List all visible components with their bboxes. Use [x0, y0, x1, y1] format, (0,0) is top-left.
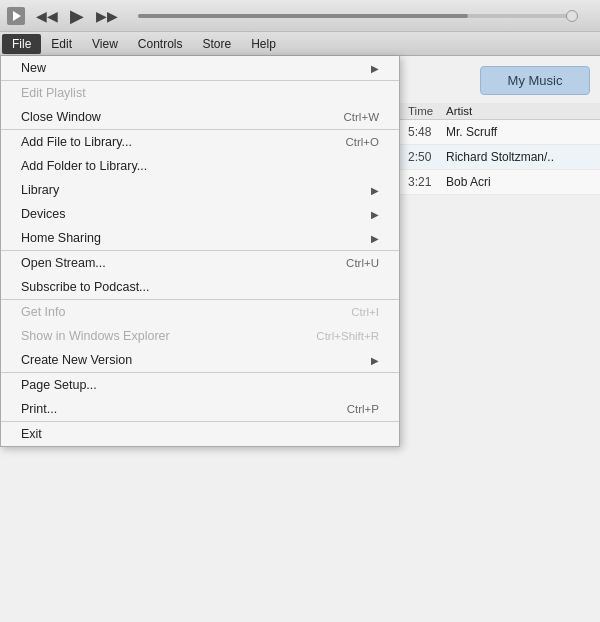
menu-page-setup[interactable]: Page Setup...	[1, 373, 399, 397]
menu-home-sharing[interactable]: Home Sharing ▶	[1, 226, 399, 250]
app-logo	[6, 6, 26, 26]
track-time-1: 5:48	[408, 125, 446, 139]
menu-section-1: New ▶	[1, 56, 399, 81]
menu-section-2: Edit Playlist Close Window Ctrl+W	[1, 81, 399, 130]
menu-subscribe-podcast[interactable]: Subscribe to Podcast...	[1, 275, 399, 299]
header-time: Time	[408, 105, 446, 117]
title-bar: ◀◀ ▶ ▶▶	[0, 0, 600, 32]
menu-section-3: Add File to Library... Ctrl+O Add Folder…	[1, 130, 399, 251]
progress-fill	[138, 14, 468, 18]
menu-bar: File Edit View Controls Store Help	[0, 32, 600, 56]
forward-button[interactable]: ▶▶	[92, 6, 122, 26]
back-button[interactable]: ◀◀	[32, 6, 62, 26]
menu-exit[interactable]: Exit	[1, 422, 399, 446]
progress-knob[interactable]	[566, 10, 578, 22]
menu-section-7: Exit	[1, 422, 399, 446]
menu-close-window[interactable]: Close Window Ctrl+W	[1, 105, 399, 129]
menu-new[interactable]: New ▶	[1, 56, 399, 80]
menu-controls[interactable]: Controls	[128, 34, 193, 54]
track-row[interactable]: 2:50 Richard Stoltzman/..	[400, 145, 600, 170]
menu-view[interactable]: View	[82, 34, 128, 54]
track-artist-1: Mr. Scruff	[446, 125, 592, 139]
transport-controls: ◀◀ ▶ ▶▶	[32, 3, 122, 29]
menu-library[interactable]: Library ▶	[1, 178, 399, 202]
menu-devices[interactable]: Devices ▶	[1, 202, 399, 226]
file-dropdown-menu: New ▶ Edit Playlist Close Window Ctrl+W …	[0, 56, 400, 447]
menu-help[interactable]: Help	[241, 34, 286, 54]
menu-add-file[interactable]: Add File to Library... Ctrl+O	[1, 130, 399, 154]
menu-add-folder[interactable]: Add Folder to Library...	[1, 154, 399, 178]
track-artist-3: Bob Acri	[446, 175, 592, 189]
menu-edit[interactable]: Edit	[41, 34, 82, 54]
track-row[interactable]: 5:48 Mr. Scruff	[400, 120, 600, 145]
progress-bar[interactable]	[138, 14, 578, 18]
play-button[interactable]: ▶	[66, 3, 88, 29]
menu-open-stream[interactable]: Open Stream... Ctrl+U	[1, 251, 399, 275]
track-row[interactable]: 3:21 Bob Acri	[400, 170, 600, 195]
menu-show-explorer: Show in Windows Explorer Ctrl+Shift+R	[1, 324, 399, 348]
menu-create-new-version[interactable]: Create New Version ▶	[1, 348, 399, 372]
track-list-header: Time Artist	[400, 103, 600, 120]
menu-section-4: Open Stream... Ctrl+U Subscribe to Podca…	[1, 251, 399, 300]
menu-edit-playlist: Edit Playlist	[1, 81, 399, 105]
main-area: New ▶ Edit Playlist Close Window Ctrl+W …	[0, 56, 600, 622]
menu-print[interactable]: Print... Ctrl+P	[1, 397, 399, 421]
my-music-button[interactable]: My Music	[480, 66, 590, 95]
content-area: My Music Time Artist 5:48 Mr. Scruff 2:5…	[400, 56, 600, 622]
menu-file[interactable]: File	[2, 34, 41, 54]
menu-store[interactable]: Store	[193, 34, 242, 54]
menu-section-6: Page Setup... Print... Ctrl+P	[1, 373, 399, 422]
header-artist: Artist	[446, 105, 592, 117]
menu-get-info: Get Info Ctrl+I	[1, 300, 399, 324]
track-time-3: 3:21	[408, 175, 446, 189]
track-artist-2: Richard Stoltzman/..	[446, 150, 592, 164]
menu-section-5: Get Info Ctrl+I Show in Windows Explorer…	[1, 300, 399, 373]
track-time-2: 2:50	[408, 150, 446, 164]
